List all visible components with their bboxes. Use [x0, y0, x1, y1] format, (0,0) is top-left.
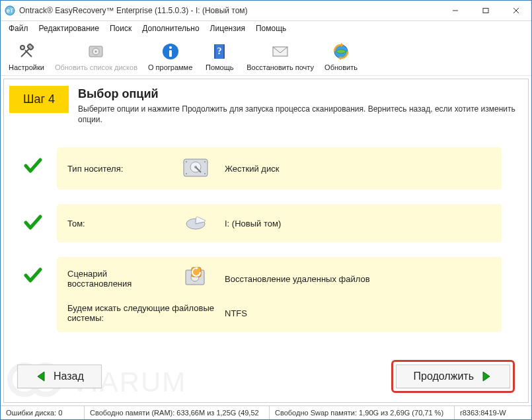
option-block-media: Тип носителя: Жесткий диск	[57, 147, 502, 190]
back-button[interactable]: Назад	[17, 365, 102, 388]
svg-marker-39	[38, 372, 44, 381]
tool-refresh-disks[interactable]: Обновить список дисков	[50, 40, 143, 73]
menu-edit[interactable]: Редактирование	[34, 22, 104, 34]
content-outer: Шаг 4 Выбор опций Выберите опции и нажми…	[1, 76, 531, 405]
status-disk-errors: Ошибки диска: 0	[1, 406, 85, 419]
svg-rect-3	[483, 9, 488, 13]
menu-license[interactable]: Лицензия	[205, 22, 250, 34]
svg-point-28	[204, 161, 206, 162]
scenario-label: Сценарий восстановления	[67, 269, 167, 289]
next-button[interactable]: Продолжить	[396, 365, 510, 388]
mail-icon	[270, 41, 291, 62]
status-bar: Ошибки диска: 0 Свободно памяти (RAM): 6…	[1, 405, 531, 419]
fs-label: Будем искать следующие файловые системы:	[67, 303, 222, 323]
svg-rect-15	[169, 50, 172, 57]
menu-file[interactable]: Файл	[3, 22, 34, 34]
content-frame: Шаг 4 Выбор опций Выберите опции и нажми…	[3, 79, 529, 403]
media-value: Жесткий диск	[225, 164, 491, 174]
app-icon: eT	[5, 5, 15, 16]
menu-extra[interactable]: Дополнительно	[137, 22, 204, 34]
svg-point-30	[204, 173, 206, 174]
status-ram: Свободно памяти (RAM): 633,66M из 1,25G …	[85, 406, 270, 419]
svg-point-14	[169, 46, 172, 49]
tool-help[interactable]: ? Помощь	[198, 40, 241, 73]
step-text-block: Выбор опций Выберите опции и нажмите Про…	[69, 86, 520, 125]
next-label: Продолжить	[414, 370, 474, 382]
menu-help[interactable]: Помощь	[250, 22, 291, 34]
tool-settings[interactable]: Настройки	[3, 40, 50, 73]
option-block-volume: Том: I: (Новый том)	[57, 204, 502, 242]
step-header: Шаг 4 Выбор опций Выберите опции и нажми…	[4, 79, 528, 134]
window-title: Ontrack® EasyRecovery™ Enterprise (11.5.…	[19, 6, 440, 15]
check-icon	[24, 158, 42, 174]
step-description: Выберите опции и нажмите Продолжить для …	[78, 104, 520, 125]
tool-bar: Настройки Обновить список дисков О п	[1, 36, 531, 76]
media-label: Тип носителя:	[67, 164, 167, 174]
tool-label: О программе	[148, 63, 192, 71]
volume-label: Том:	[67, 219, 167, 228]
options-area: Тип носителя: Жесткий диск	[4, 134, 528, 360]
volume-value: I: (Новый том)	[225, 219, 491, 228]
app-window: eT Ontrack® EasyRecovery™ Enterprise (11…	[0, 0, 532, 420]
title-bar: eT Ontrack® EasyRecovery™ Enterprise (11…	[1, 1, 531, 21]
check-icon	[24, 267, 42, 283]
tool-label: Помощь	[206, 63, 234, 71]
scenario-value: Восстановление удаленных файлов	[225, 274, 491, 284]
step-chip: Шаг 4	[9, 86, 69, 113]
svg-marker-40	[483, 372, 490, 381]
tools-icon	[16, 41, 37, 62]
tool-label: Обновить	[324, 63, 358, 71]
svg-point-9	[20, 46, 24, 50]
svg-point-29	[186, 173, 187, 174]
minimize-button[interactable]	[440, 1, 471, 20]
option-block-scenario: Сценарий восстановления Восстановление у…	[57, 257, 502, 332]
pie-volume-icon	[169, 213, 222, 233]
svg-text:eT: eT	[7, 7, 14, 14]
close-button[interactable]	[501, 1, 531, 20]
svg-point-27	[186, 161, 187, 162]
back-label: Назад	[54, 370, 84, 382]
status-build: r8363:8419-W	[455, 406, 531, 419]
svg-line-8	[25, 50, 32, 57]
book-icon: ?	[209, 41, 230, 62]
info-icon	[160, 41, 181, 62]
globe-refresh-icon	[330, 41, 352, 62]
tool-label: Настройки	[9, 63, 44, 71]
hard-disk-icon	[169, 157, 222, 180]
status-swap: Свободно Swap памяти: 1,90G из 2,69G (70…	[270, 406, 455, 419]
tool-recover-mail[interactable]: Восстановить почту	[241, 40, 319, 73]
check-icon	[24, 215, 42, 230]
nav-row: Назад Продолжить	[4, 360, 528, 402]
menu-search[interactable]: Поиск	[104, 22, 137, 34]
svg-point-12	[95, 51, 97, 53]
svg-text:?: ?	[217, 46, 222, 56]
tool-update[interactable]: Обновить	[319, 40, 363, 73]
arrow-left-icon	[35, 370, 47, 382]
arrow-right-icon	[480, 370, 492, 382]
hdd-icon	[85, 41, 106, 62]
fs-value: NTFS	[225, 308, 491, 318]
next-button-highlight: Продолжить	[391, 360, 515, 393]
maximize-button[interactable]	[471, 1, 501, 20]
step-title: Выбор опций	[78, 87, 520, 101]
tool-label: Обновить список дисков	[55, 63, 137, 71]
menu-bar: Файл Редактирование Поиск Дополнительно …	[1, 21, 531, 36]
tool-label: Восстановить почту	[247, 63, 314, 71]
recover-hdd-icon	[169, 266, 222, 291]
window-controls	[440, 1, 531, 20]
tool-about[interactable]: О программе	[143, 40, 198, 73]
